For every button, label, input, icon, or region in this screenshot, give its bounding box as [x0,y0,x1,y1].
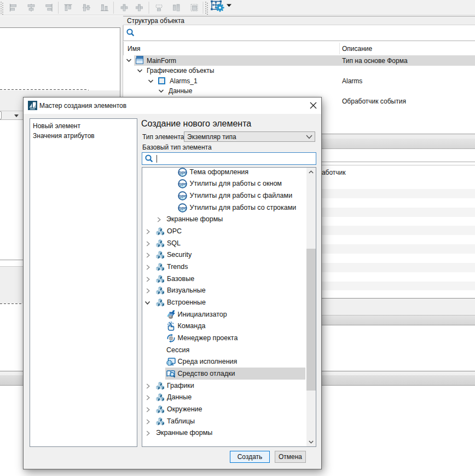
svg-text:type: type [178,194,186,198]
svg-text:type: type [178,182,186,186]
svg-text:type: type [178,206,186,210]
svg-text:type: type [178,170,186,175]
